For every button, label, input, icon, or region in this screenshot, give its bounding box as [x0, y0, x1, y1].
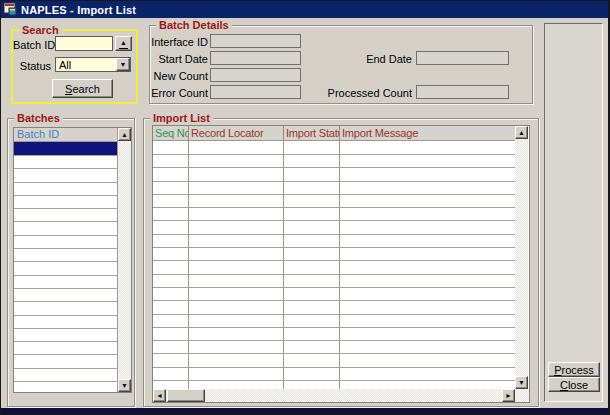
- batches-empty-row[interactable]: [14, 196, 118, 209]
- batches-empty-row[interactable]: [14, 329, 118, 342]
- batches-column-header[interactable]: Batch ID: [14, 128, 118, 142]
- import-empty-row[interactable]: [153, 235, 515, 248]
- import-empty-row[interactable]: [153, 195, 515, 208]
- column-header-import-status[interactable]: Import Status: [284, 126, 340, 141]
- batch-id-lov-button[interactable]: ▲: [115, 36, 132, 51]
- empty-cell: [340, 221, 515, 233]
- import-empty-row[interactable]: [153, 328, 515, 341]
- empty-cell: [153, 208, 189, 220]
- import-empty-row[interactable]: [153, 301, 515, 314]
- batches-empty-row[interactable]: [14, 183, 118, 196]
- batches-empty-row[interactable]: [14, 276, 118, 289]
- batches-scrollbar[interactable]: ▲ ▼: [118, 128, 131, 392]
- import-empty-row[interactable]: [153, 155, 515, 168]
- batches-empty-row[interactable]: [14, 369, 118, 382]
- status-label: Status: [13, 60, 51, 72]
- batches-empty-row[interactable]: [14, 222, 118, 235]
- scroll-up-button[interactable]: ▲: [118, 128, 131, 141]
- empty-cell: [340, 168, 515, 180]
- import-empty-row[interactable]: [153, 261, 515, 274]
- empty-cell: [189, 368, 284, 380]
- empty-cell: [284, 381, 340, 389]
- empty-cell: [284, 275, 340, 287]
- import-empty-row[interactable]: [153, 354, 515, 367]
- batches-empty-row[interactable]: [14, 236, 118, 249]
- column-header-seq-no[interactable]: Seq No.: [153, 126, 189, 141]
- batches-empty-row[interactable]: [14, 262, 118, 275]
- batches-empty-row[interactable]: [14, 169, 118, 182]
- scroll-left-button[interactable]: ◄: [153, 389, 166, 402]
- import-empty-row[interactable]: [153, 315, 515, 328]
- batches-empty-row[interactable]: [14, 342, 118, 355]
- batches-empty-row[interactable]: [14, 289, 118, 302]
- scroll-up-button[interactable]: ▲: [515, 126, 528, 139]
- import-empty-row[interactable]: [153, 341, 515, 354]
- empty-cell: [340, 208, 515, 220]
- process-button[interactable]: Process: [548, 362, 600, 377]
- search-button[interactable]: Search: [52, 79, 113, 98]
- empty-cell: [284, 301, 340, 313]
- empty-cell: [340, 315, 515, 327]
- empty-cell: [340, 275, 515, 287]
- empty-cell: [189, 275, 284, 287]
- scroll-down-button[interactable]: ▼: [515, 376, 528, 389]
- import-empty-row[interactable]: [153, 381, 515, 389]
- empty-cell: [153, 275, 189, 287]
- import-empty-row[interactable]: [153, 288, 515, 301]
- empty-cell: [340, 261, 515, 273]
- scroll-down-button[interactable]: ▼: [118, 379, 131, 392]
- column-header-record-locator[interactable]: Record Locator: [189, 126, 284, 141]
- import-empty-row[interactable]: [153, 248, 515, 261]
- empty-cell: [153, 301, 189, 313]
- import-empty-row[interactable]: [153, 182, 515, 195]
- empty-cell: [189, 155, 284, 167]
- empty-cell: [284, 354, 340, 366]
- import-empty-row[interactable]: [153, 221, 515, 234]
- import-empty-row[interactable]: [153, 168, 515, 181]
- empty-cell: [189, 168, 284, 180]
- batches-empty-row[interactable]: [14, 355, 118, 368]
- hscroll-thumb[interactable]: [167, 389, 205, 402]
- batches-empty-row[interactable]: [14, 302, 118, 315]
- column-header-import-message[interactable]: Import Message: [340, 126, 515, 141]
- empty-cell: [153, 288, 189, 300]
- import-list-hscrollbar[interactable]: ◄ ►: [153, 389, 515, 402]
- import-empty-row[interactable]: [153, 275, 515, 288]
- import-selected-row[interactable]: [153, 141, 515, 155]
- title-bar[interactable]: NAPLES - Import List: [1, 1, 608, 18]
- import-empty-row[interactable]: [153, 368, 515, 381]
- empty-cell: [189, 261, 284, 273]
- batches-empty-row[interactable]: [14, 249, 118, 262]
- empty-cell: [189, 328, 284, 340]
- empty-cell: [284, 155, 340, 167]
- batches-table: Batch ID ▲ ▼: [14, 128, 131, 392]
- import-list-vscrollbar[interactable]: ▲ ▼: [515, 126, 528, 389]
- empty-cell: [153, 168, 189, 180]
- import-empty-row[interactable]: [153, 208, 515, 221]
- empty-cell: [284, 195, 340, 207]
- batches-empty-row[interactable]: [14, 156, 118, 169]
- empty-cell: [340, 248, 515, 260]
- search-group-label: Search: [19, 24, 62, 36]
- empty-cell: [189, 381, 284, 389]
- close-button[interactable]: Close: [548, 377, 600, 392]
- dropdown-button[interactable]: ▼: [116, 58, 130, 71]
- empty-cell: [189, 195, 284, 207]
- arrow-up-icon: ▲: [516, 127, 527, 139]
- scroll-right-button[interactable]: ►: [502, 389, 515, 402]
- batches-empty-row[interactable]: [14, 382, 118, 392]
- processed-count-field: [416, 85, 509, 99]
- batches-rows: [14, 142, 118, 392]
- status-dropdown[interactable]: All ▼: [55, 57, 131, 72]
- empty-cell: [340, 328, 515, 340]
- arrow-left-icon: ◄: [154, 390, 165, 402]
- empty-cell: [284, 235, 340, 247]
- empty-cell: [189, 354, 284, 366]
- batches-empty-row[interactable]: [14, 209, 118, 222]
- empty-cell: [189, 301, 284, 313]
- empty-cell: [189, 288, 284, 300]
- batches-empty-row[interactable]: [14, 316, 118, 329]
- new-count-field: [210, 68, 301, 82]
- batches-selected-row[interactable]: [14, 142, 118, 156]
- batch-id-input[interactable]: [55, 36, 113, 51]
